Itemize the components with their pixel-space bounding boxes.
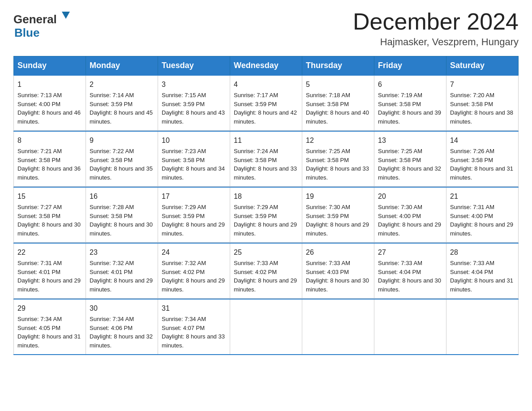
location: Hajmasker, Veszprem, Hungary	[353, 36, 519, 48]
calendar-cell: 19Sunrise: 7:30 AMSunset: 3:59 PMDayligh…	[302, 187, 374, 243]
calendar-cell: 21Sunrise: 7:31 AMSunset: 4:00 PMDayligh…	[446, 187, 519, 243]
day-info: Sunrise: 7:22 AMSunset: 3:58 PMDaylight:…	[90, 147, 154, 182]
calendar-cell: 27Sunrise: 7:33 AMSunset: 4:04 PMDayligh…	[374, 243, 446, 299]
day-info: Sunrise: 7:17 AMSunset: 3:59 PMDaylight:…	[234, 91, 298, 126]
calendar-cell	[446, 299, 519, 355]
day-number: 26	[306, 247, 370, 258]
week-row-4: 22Sunrise: 7:31 AMSunset: 4:01 PMDayligh…	[14, 243, 519, 299]
day-number: 19	[306, 191, 370, 202]
day-info: Sunrise: 7:25 AMSunset: 3:58 PMDaylight:…	[378, 147, 442, 182]
calendar-header: SundayMondayTuesdayWednesdayThursdayFrid…	[14, 56, 519, 76]
day-info: Sunrise: 7:33 AMSunset: 4:02 PMDaylight:…	[234, 259, 298, 294]
day-info: Sunrise: 7:33 AMSunset: 4:04 PMDaylight:…	[378, 259, 442, 294]
calendar-cell: 1Sunrise: 7:13 AMSunset: 4:00 PMDaylight…	[14, 75, 86, 131]
svg-text:General: General	[13, 13, 57, 26]
logo: General Blue	[13, 9, 76, 42]
svg-text:Blue: Blue	[14, 26, 39, 39]
calendar-cell: 5Sunrise: 7:18 AMSunset: 3:58 PMDaylight…	[302, 75, 374, 131]
day-info: Sunrise: 7:29 AMSunset: 3:59 PMDaylight:…	[234, 203, 298, 238]
calendar-cell: 23Sunrise: 7:32 AMSunset: 4:01 PMDayligh…	[86, 243, 158, 299]
day-number: 24	[162, 247, 226, 258]
calendar-cell: 31Sunrise: 7:34 AMSunset: 4:07 PMDayligh…	[158, 299, 230, 355]
day-number: 2	[90, 79, 154, 90]
col-header-thursday: Thursday	[302, 56, 374, 76]
month-title: December 2024	[353, 9, 519, 34]
calendar-cell: 18Sunrise: 7:29 AMSunset: 3:59 PMDayligh…	[230, 187, 302, 243]
day-number: 3	[162, 79, 226, 90]
day-number: 23	[90, 247, 154, 258]
day-info: Sunrise: 7:20 AMSunset: 3:58 PMDaylight:…	[450, 91, 515, 126]
calendar-cell: 7Sunrise: 7:20 AMSunset: 3:58 PMDaylight…	[446, 75, 519, 131]
calendar-cell	[302, 299, 374, 355]
day-number: 7	[450, 79, 515, 90]
day-number: 22	[17, 247, 82, 258]
col-header-friday: Friday	[374, 56, 446, 76]
day-number: 21	[450, 191, 515, 202]
week-row-3: 15Sunrise: 7:27 AMSunset: 3:58 PMDayligh…	[14, 187, 519, 243]
col-header-saturday: Saturday	[446, 56, 519, 76]
day-number: 1	[17, 79, 82, 90]
day-number: 18	[234, 191, 298, 202]
day-info: Sunrise: 7:30 AMSunset: 4:00 PMDaylight:…	[378, 203, 442, 238]
day-info: Sunrise: 7:30 AMSunset: 3:59 PMDaylight:…	[306, 203, 370, 238]
day-info: Sunrise: 7:18 AMSunset: 3:58 PMDaylight:…	[306, 91, 370, 126]
day-info: Sunrise: 7:23 AMSunset: 3:58 PMDaylight:…	[162, 147, 226, 182]
calendar-cell: 17Sunrise: 7:29 AMSunset: 3:59 PMDayligh…	[158, 187, 230, 243]
day-info: Sunrise: 7:15 AMSunset: 3:59 PMDaylight:…	[162, 91, 226, 126]
day-info: Sunrise: 7:31 AMSunset: 4:01 PMDaylight:…	[17, 259, 82, 294]
day-info: Sunrise: 7:31 AMSunset: 4:00 PMDaylight:…	[450, 203, 515, 238]
day-info: Sunrise: 7:29 AMSunset: 3:59 PMDaylight:…	[162, 203, 226, 238]
day-number: 17	[162, 191, 226, 202]
day-number: 6	[378, 79, 442, 90]
day-number: 12	[306, 135, 370, 146]
day-number: 20	[378, 191, 442, 202]
day-info: Sunrise: 7:25 AMSunset: 3:58 PMDaylight:…	[306, 147, 370, 182]
day-info: Sunrise: 7:33 AMSunset: 4:03 PMDaylight:…	[306, 259, 370, 294]
calendar-cell: 11Sunrise: 7:24 AMSunset: 3:58 PMDayligh…	[230, 131, 302, 187]
day-number: 25	[234, 247, 298, 258]
calendar-cell: 13Sunrise: 7:25 AMSunset: 3:58 PMDayligh…	[374, 131, 446, 187]
calendar-cell: 14Sunrise: 7:26 AMSunset: 3:58 PMDayligh…	[446, 131, 519, 187]
day-number: 13	[378, 135, 442, 146]
calendar-cell	[374, 299, 446, 355]
calendar-cell: 3Sunrise: 7:15 AMSunset: 3:59 PMDaylight…	[158, 75, 230, 131]
day-info: Sunrise: 7:19 AMSunset: 3:58 PMDaylight:…	[378, 91, 442, 126]
day-info: Sunrise: 7:33 AMSunset: 4:04 PMDaylight:…	[450, 259, 515, 294]
day-number: 4	[234, 79, 298, 90]
week-row-5: 29Sunrise: 7:34 AMSunset: 4:05 PMDayligh…	[14, 299, 519, 355]
day-info: Sunrise: 7:13 AMSunset: 4:00 PMDaylight:…	[17, 91, 82, 126]
calendar-cell: 20Sunrise: 7:30 AMSunset: 4:00 PMDayligh…	[374, 187, 446, 243]
day-info: Sunrise: 7:34 AMSunset: 4:05 PMDaylight:…	[17, 315, 82, 350]
calendar-cell: 26Sunrise: 7:33 AMSunset: 4:03 PMDayligh…	[302, 243, 374, 299]
calendar-table: SundayMondayTuesdayWednesdayThursdayFrid…	[13, 56, 519, 355]
day-info: Sunrise: 7:32 AMSunset: 4:01 PMDaylight:…	[90, 259, 154, 294]
day-info: Sunrise: 7:34 AMSunset: 4:06 PMDaylight:…	[90, 315, 154, 350]
col-header-monday: Monday	[86, 56, 158, 76]
svg-marker-1	[62, 12, 70, 19]
calendar-cell: 25Sunrise: 7:33 AMSunset: 4:02 PMDayligh…	[230, 243, 302, 299]
calendar-cell: 16Sunrise: 7:28 AMSunset: 3:58 PMDayligh…	[86, 187, 158, 243]
day-number: 27	[378, 247, 442, 258]
week-row-2: 8Sunrise: 7:21 AMSunset: 3:58 PMDaylight…	[14, 131, 519, 187]
day-number: 10	[162, 135, 226, 146]
day-number: 9	[90, 135, 154, 146]
day-number: 31	[162, 303, 226, 314]
calendar-cell: 15Sunrise: 7:27 AMSunset: 3:58 PMDayligh…	[14, 187, 86, 243]
calendar-cell: 30Sunrise: 7:34 AMSunset: 4:06 PMDayligh…	[86, 299, 158, 355]
day-info: Sunrise: 7:27 AMSunset: 3:58 PMDaylight:…	[17, 203, 82, 238]
col-header-wednesday: Wednesday	[230, 56, 302, 76]
day-info: Sunrise: 7:26 AMSunset: 3:58 PMDaylight:…	[450, 147, 515, 182]
calendar-cell: 28Sunrise: 7:33 AMSunset: 4:04 PMDayligh…	[446, 243, 519, 299]
day-number: 29	[17, 303, 82, 314]
calendar-cell: 2Sunrise: 7:14 AMSunset: 3:59 PMDaylight…	[86, 75, 158, 131]
day-number: 5	[306, 79, 370, 90]
calendar-cell: 12Sunrise: 7:25 AMSunset: 3:58 PMDayligh…	[302, 131, 374, 187]
calendar-cell: 10Sunrise: 7:23 AMSunset: 3:58 PMDayligh…	[158, 131, 230, 187]
day-info: Sunrise: 7:24 AMSunset: 3:58 PMDaylight:…	[234, 147, 298, 182]
calendar-cell	[230, 299, 302, 355]
calendar-cell: 24Sunrise: 7:32 AMSunset: 4:02 PMDayligh…	[158, 243, 230, 299]
day-number: 16	[90, 191, 154, 202]
day-info: Sunrise: 7:32 AMSunset: 4:02 PMDaylight:…	[162, 259, 226, 294]
day-info: Sunrise: 7:21 AMSunset: 3:58 PMDaylight:…	[17, 147, 82, 182]
col-header-sunday: Sunday	[14, 56, 86, 76]
